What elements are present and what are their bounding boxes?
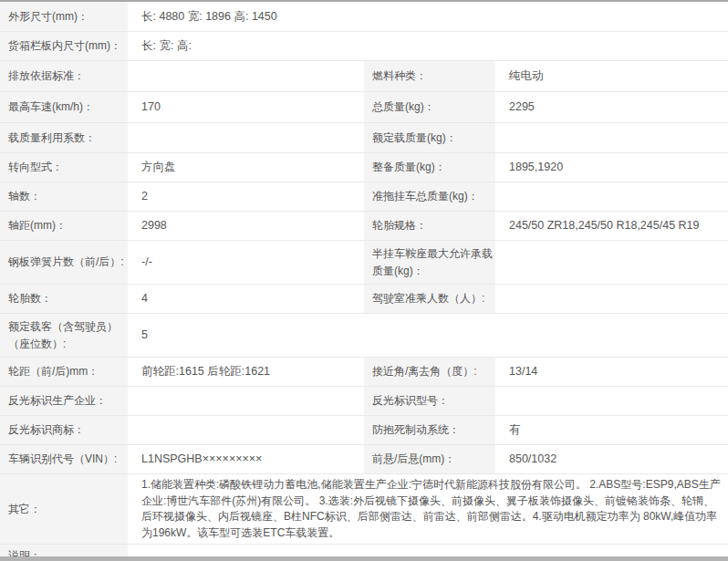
table-row: 反光标识生产企业：反光标识型号： [0, 387, 728, 416]
vehicle-spec-page: 外形尺寸(mm)：长: 4880 宽: 1896 高: 1450货箱栏板内尺寸(… [0, 0, 728, 561]
row-value-right: 13/14 [495, 358, 728, 386]
row-value-right: 1895,1920 [495, 153, 728, 182]
row-label-right: 前悬/后悬(mm)： [362, 445, 495, 473]
row-value-left: 2998 [128, 212, 362, 240]
row-label-right: 驾驶室准乘人数（人）: [362, 285, 495, 313]
table-row: 反光标识商标：防抱死制动系统：有 [0, 416, 728, 445]
row-label-right: 整备质量(kg)： [362, 153, 495, 182]
row-label-left: 车辆识别代号（VIN）: [0, 445, 128, 473]
row-value-right [495, 285, 728, 313]
table-row: 转向型式：方向盘整备质量(kg)：1895,1920 [0, 153, 728, 182]
table-row: 载质量利用系数：额定载质量(kg)： [0, 123, 728, 153]
row-label-left: 轴距(mm)： [0, 212, 128, 240]
row-label-right: 反光标识型号： [362, 387, 495, 415]
row-value-left: 2 [128, 182, 362, 211]
table-row: 货箱栏板内尺寸(mm)：长: 宽: 高: [0, 32, 728, 61]
row-value-right: 850/1032 [495, 445, 728, 473]
row-value-right [495, 123, 728, 152]
row-label-right: 准拖挂车总质量(kg)： [362, 182, 495, 211]
table-row: 额定载客（含驾驶员）（座位数）:5 [0, 314, 728, 358]
row-value-left: -/- [128, 241, 362, 284]
table-row: 外形尺寸(mm)：长: 4880 宽: 1896 高: 1450 [0, 2, 728, 32]
row-label-left: 排放依据标准： [0, 61, 128, 91]
row-label-right: 额定载质量(kg)： [362, 123, 495, 152]
row-label-right: 总质量(kg)： [362, 92, 495, 122]
row-label-left: 反光标识商标： [0, 416, 128, 444]
row-value-right: 有 [495, 416, 728, 444]
row-label: 额定载客（含驾驶员）（座位数）: [0, 314, 128, 357]
row-label-right: 防抱死制动系统： [362, 416, 495, 444]
row-value-right: 2295 [495, 92, 728, 122]
row-label-right: 半挂车鞍座最大允许承载质量(kg)： [362, 241, 495, 284]
row-value-left: 170 [128, 92, 362, 122]
row-label-left: 轴数： [0, 182, 128, 211]
row-label: 其它： [0, 474, 128, 544]
row-value-left: 方向盘 [128, 153, 362, 182]
row-label-left: 反光标识生产企业： [0, 387, 128, 415]
row-label-right: 轮胎规格： [362, 212, 495, 240]
row-value: 长: 4880 宽: 1896 高: 1450 [128, 2, 728, 31]
row-value-left: 前轮距:1615 后轮距:1621 [128, 358, 362, 386]
row-label-right: 燃料种类： [362, 61, 495, 91]
table-row: 轮距（前/后)mm：前轮距:1615 后轮距:1621接近角/离去角（度）:13… [0, 358, 728, 387]
row-value-right: 245/50 ZR18,245/50 R18,245/45 R19 [495, 212, 728, 240]
table-row: 其它：1.储能装置种类:磷酸铁锂动力蓄电池,储能装置生产企业:宁德时代新能源科技… [0, 474, 728, 545]
table-row: 轴数：2准拖挂车总质量(kg)： [0, 182, 728, 212]
table-row: 轴距(mm)：2998轮胎规格：245/50 ZR18,245/50 R18,2… [0, 212, 728, 241]
row-label-left: 转向型式： [0, 153, 128, 182]
row-value-right [495, 241, 728, 284]
row-value-left [128, 416, 362, 444]
row-label-left: 载质量利用系数： [0, 123, 128, 152]
row-value-left [128, 123, 362, 152]
bottom-divider-bar [0, 556, 728, 561]
table-row: 排放依据标准：燃料种类：纯电动 [0, 61, 728, 92]
spec-table: 外形尺寸(mm)：长: 4880 宽: 1896 高: 1450货箱栏板内尺寸(… [0, 2, 728, 561]
row-value-left [128, 61, 362, 91]
row-value: 长: 宽: 高: [128, 32, 728, 60]
table-row: 轮胎数：4驾驶室准乘人数（人）: [0, 285, 728, 314]
row-value-left: 4 [128, 285, 362, 313]
row-label: 货箱栏板内尺寸(mm)： [0, 32, 128, 60]
row-label-right: 接近角/离去角（度）: [362, 358, 495, 386]
row-label-left: 最高车速(km/h)： [0, 92, 128, 122]
row-value-left: L1NSPGHB××××××××× [128, 445, 362, 473]
table-row: 最高车速(km/h)：170总质量(kg)：2295 [0, 92, 728, 123]
row-value-right [495, 387, 728, 415]
row-label-left: 钢板弹簧片数（前/后）: [0, 241, 128, 284]
row-label: 外形尺寸(mm)： [0, 2, 128, 31]
row-value-left [128, 387, 362, 415]
row-value: 5 [128, 314, 728, 357]
row-label-left: 轮距（前/后)mm： [0, 358, 128, 386]
row-value: 1.储能装置种类:磷酸铁锂动力蓄电池,储能装置生产企业:宁德时代新能源科技股份有… [128, 474, 728, 544]
row-value-right [495, 182, 728, 211]
row-label-left: 轮胎数： [0, 285, 128, 313]
table-row: 车辆识别代号（VIN）:L1NSPGHB×××××××××前悬/后悬(mm)：8… [0, 445, 728, 474]
table-row: 钢板弹簧片数（前/后）:-/-半挂车鞍座最大允许承载质量(kg)： [0, 241, 728, 285]
row-value-right: 纯电动 [495, 61, 728, 91]
